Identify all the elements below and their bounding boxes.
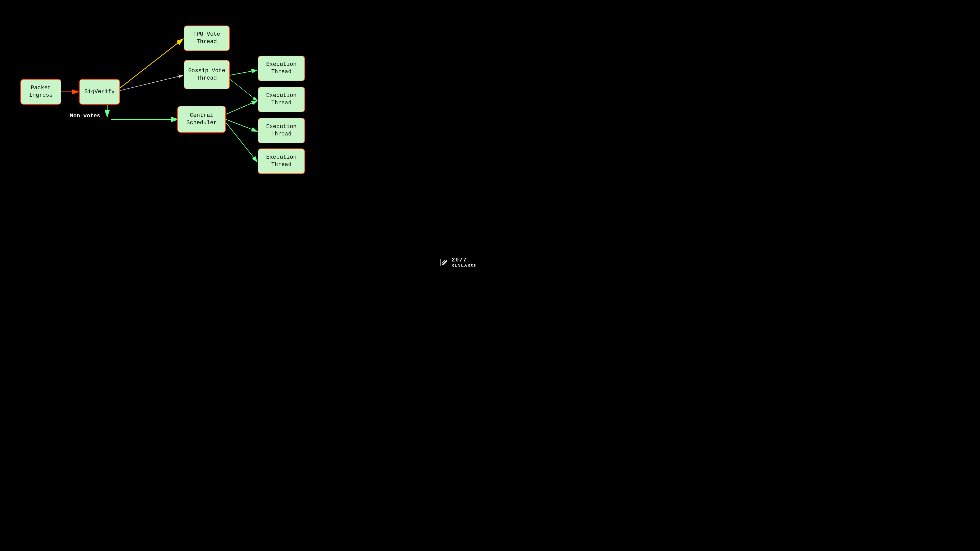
brand-icon-svg bbox=[440, 258, 449, 267]
node-packet-ingress: Packet Ingress bbox=[21, 79, 61, 105]
node-central-scheduler: Central Scheduler bbox=[177, 106, 226, 133]
label-nonvotes: Non-votes bbox=[70, 113, 100, 119]
node-packet-ingress-label: Packet Ingress bbox=[24, 84, 58, 99]
arrow-gossip-exec2 bbox=[230, 79, 257, 101]
brand-line1: 2077 bbox=[452, 257, 477, 263]
brand-logo: 2077 RESEARCH bbox=[440, 257, 477, 268]
node-exec3-label: Execution Thread bbox=[261, 123, 302, 138]
node-exec3: Execution Thread bbox=[258, 118, 305, 143]
arrow-sigverify-gossip bbox=[120, 75, 183, 91]
arrow-sched-exec4 bbox=[226, 122, 257, 162]
arrow-sigverify-tpu bbox=[120, 39, 183, 88]
node-scheduler-label: Central Scheduler bbox=[180, 112, 223, 127]
node-exec1-label: Execution Thread bbox=[261, 61, 302, 76]
diagram: Packet Ingress SigVerify TPU Vote Thread… bbox=[0, 0, 490, 275]
node-exec2-label: Execution Thread bbox=[261, 92, 302, 106]
arrow-sched-exec3 bbox=[226, 119, 257, 131]
node-exec2: Execution Thread bbox=[258, 87, 305, 112]
node-tpu-vote-thread: TPU Vote Thread bbox=[184, 25, 230, 51]
brand-line2: RESEARCH bbox=[452, 263, 477, 268]
node-exec4: Execution Thread bbox=[258, 148, 305, 174]
node-gossip-vote-thread: Gossip Vote Thread bbox=[184, 60, 230, 89]
node-tpu-label: TPU Vote Thread bbox=[187, 31, 227, 45]
arrow-gossip-exec1 bbox=[230, 70, 257, 75]
arrows-layer bbox=[0, 0, 490, 275]
node-sigverify: SigVerify bbox=[79, 79, 120, 105]
brand-text: 2077 RESEARCH bbox=[452, 257, 477, 268]
node-exec4-label: Execution Thread bbox=[261, 154, 302, 168]
arrow-sched-exec2 bbox=[226, 101, 257, 114]
node-sigverify-label: SigVerify bbox=[84, 88, 115, 96]
node-gossip-label: Gossip Vote Thread bbox=[187, 67, 227, 82]
node-exec1: Execution Thread bbox=[258, 56, 305, 81]
